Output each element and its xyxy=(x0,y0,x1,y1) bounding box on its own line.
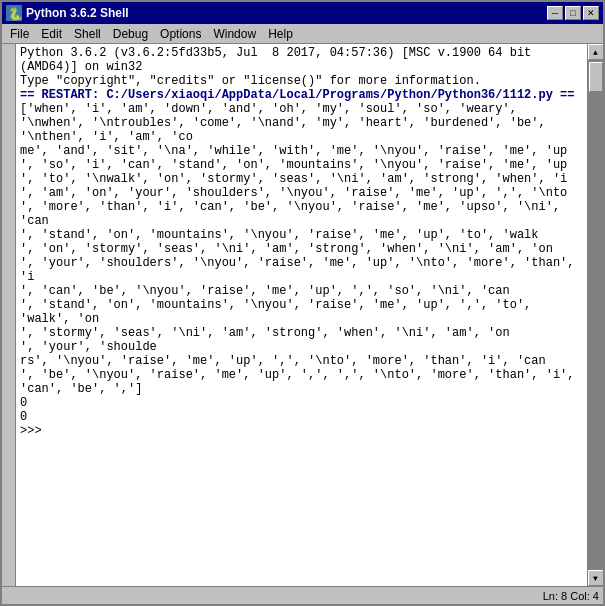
main-window: 🐍 Python 3.6.2 Shell ─ □ ✕ File Edit She… xyxy=(0,0,605,606)
shell-output[interactable]: Python 3.6.2 (v3.6.2:5fd33b5, Jul 8 2017… xyxy=(16,44,587,586)
title-bar: 🐍 Python 3.6.2 Shell ─ □ ✕ xyxy=(2,2,603,24)
vertical-scrollbar[interactable]: ▲ ▼ xyxy=(587,44,603,586)
menu-help[interactable]: Help xyxy=(262,25,299,43)
menu-bar: File Edit Shell Debug Options Window Hel… xyxy=(2,24,603,44)
menu-window[interactable]: Window xyxy=(207,25,262,43)
cursor-position: Ln: 8 Col: 4 xyxy=(543,590,599,602)
title-buttons: ─ □ ✕ xyxy=(547,6,599,20)
svg-text:🐍: 🐍 xyxy=(8,6,22,21)
scroll-thumb[interactable] xyxy=(589,62,603,92)
window-title: Python 3.6.2 Shell xyxy=(26,6,129,20)
title-bar-left: 🐍 Python 3.6.2 Shell xyxy=(6,5,129,21)
maximize-button[interactable]: □ xyxy=(565,6,581,20)
minimize-button[interactable]: ─ xyxy=(547,6,563,20)
menu-edit[interactable]: Edit xyxy=(35,25,68,43)
scroll-track[interactable] xyxy=(588,60,604,570)
menu-shell[interactable]: Shell xyxy=(68,25,107,43)
close-button[interactable]: ✕ xyxy=(583,6,599,20)
menu-options[interactable]: Options xyxy=(154,25,207,43)
scroll-down-button[interactable]: ▼ xyxy=(588,570,604,586)
line-numbers xyxy=(2,44,16,586)
status-bar: Ln: 8 Col: 4 xyxy=(2,586,603,604)
scroll-up-button[interactable]: ▲ xyxy=(588,44,604,60)
python-icon: 🐍 xyxy=(6,5,22,21)
content-area: Python 3.6.2 (v3.6.2:5fd33b5, Jul 8 2017… xyxy=(2,44,603,586)
menu-debug[interactable]: Debug xyxy=(107,25,154,43)
menu-file[interactable]: File xyxy=(4,25,35,43)
